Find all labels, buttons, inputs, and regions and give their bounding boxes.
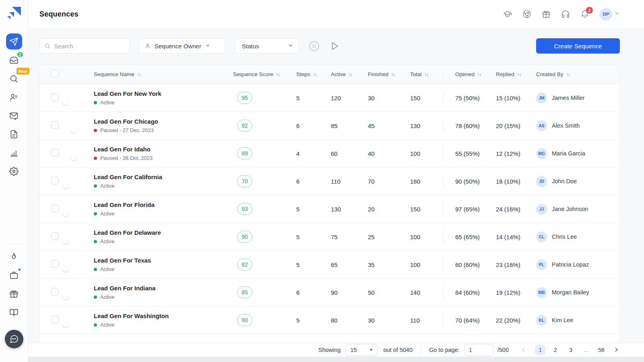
total-value: 100 bbox=[398, 234, 443, 240]
page-number[interactable]: 2 bbox=[550, 345, 561, 355]
row-checkbox[interactable] bbox=[51, 205, 59, 212]
sequence-owner-filter[interactable]: Sequence Owner bbox=[139, 38, 225, 54]
column-header-replied[interactable]: Replied bbox=[495, 71, 535, 77]
table-row: Lead Gen For Florida Active 93 5 130 20 … bbox=[40, 195, 619, 223]
column-header-active[interactable]: Active bbox=[322, 71, 358, 77]
column-header-sequence-name[interactable]: Sequence Name bbox=[92, 71, 232, 77]
owner-avatar: PL bbox=[536, 259, 547, 270]
page-numbers: 123...56 bbox=[535, 345, 607, 355]
sidebar-item-contacts[interactable] bbox=[6, 89, 22, 105]
owner-name: John Doe bbox=[552, 178, 577, 184]
owner-avatar: MG bbox=[536, 148, 547, 159]
row-checkbox[interactable] bbox=[51, 232, 59, 240]
row-checkbox[interactable] bbox=[51, 288, 59, 296]
sidebar-item-email-accounts[interactable] bbox=[6, 108, 22, 124]
row-checkbox[interactable] bbox=[51, 260, 59, 268]
page-number[interactable]: 3 bbox=[566, 345, 576, 355]
column-header-steps[interactable]: Steps bbox=[285, 71, 322, 77]
select-all-checkbox[interactable] bbox=[51, 70, 59, 77]
sequence-score-badge: 89 bbox=[237, 147, 252, 159]
status-dot bbox=[94, 129, 97, 132]
sequence-name[interactable]: Lead Gen For California bbox=[94, 174, 232, 180]
sequence-name[interactable]: Lead Gen For Delaware bbox=[94, 229, 232, 236]
column-header-finished[interactable]: Finished bbox=[358, 71, 398, 77]
search-box[interactable] bbox=[39, 38, 130, 54]
status-filter[interactable]: Status bbox=[235, 38, 299, 54]
column-header-created-by[interactable]: Created By bbox=[535, 71, 619, 77]
sequence-status: Active bbox=[94, 266, 232, 272]
bottom-strip bbox=[0, 357, 644, 362]
steps-value: 5 bbox=[285, 206, 322, 213]
sequence-status: Active bbox=[94, 99, 232, 105]
sidebar-item-settings[interactable] bbox=[6, 163, 22, 179]
gift-icon bbox=[542, 10, 551, 19]
sidebar-item-workspace[interactable] bbox=[6, 267, 22, 283]
owner-avatar: JJ bbox=[536, 204, 547, 215]
opened-value: 55 (55%) bbox=[443, 150, 495, 157]
sequence-name[interactable]: Lead Gen For Washington bbox=[94, 312, 232, 319]
sidebar-item-sequences[interactable] bbox=[6, 33, 22, 50]
extension-button[interactable] bbox=[522, 10, 531, 19]
opened-value: 60 (60%) bbox=[443, 261, 495, 268]
row-checkbox[interactable] bbox=[51, 93, 59, 101]
row-checkbox[interactable] bbox=[51, 121, 59, 129]
page-number[interactable]: 1 bbox=[535, 345, 545, 355]
column-header-total[interactable]: Total bbox=[398, 71, 443, 77]
table-row: Lead Gen For Delaware Active 90 5 75 25 … bbox=[40, 223, 619, 251]
sidebar-item-lead-finder[interactable]: New bbox=[6, 70, 22, 87]
replied-value: 14 (14%) bbox=[495, 234, 535, 240]
owner-name: Jane Johnson bbox=[552, 206, 588, 212]
row-checkbox[interactable] bbox=[51, 149, 59, 157]
inbox-count-badge: 2 bbox=[17, 51, 24, 58]
finished-value: 70 bbox=[358, 178, 398, 185]
search-icon bbox=[45, 43, 50, 49]
page-number[interactable]: 56 bbox=[596, 345, 607, 355]
opened-value: 65 (65%) bbox=[443, 234, 495, 240]
page-size-select[interactable]: 15 ▼ bbox=[345, 344, 378, 356]
finished-value: 20 bbox=[358, 206, 398, 213]
sidebar-item-rewards[interactable] bbox=[6, 285, 22, 302]
support-chat-button[interactable] bbox=[5, 330, 23, 348]
sequence-name[interactable]: Lead Gen For Indiana bbox=[94, 285, 232, 292]
sidebar-item-whats-new[interactable] bbox=[6, 248, 22, 265]
sidebar-item-templates[interactable] bbox=[6, 126, 22, 142]
sidebar-divider bbox=[6, 244, 22, 244]
page-ellipsis: ... bbox=[581, 345, 591, 355]
create-sequence-button[interactable]: Create Sequence bbox=[536, 38, 620, 54]
sidebar-item-resources[interactable] bbox=[6, 304, 22, 320]
steps-value: 6 bbox=[285, 122, 322, 129]
support-button[interactable] bbox=[561, 10, 570, 19]
row-checkbox[interactable] bbox=[51, 177, 59, 184]
sequence-name[interactable]: Lead Gen For Idaho bbox=[94, 146, 232, 153]
rewards-button[interactable] bbox=[542, 10, 551, 19]
sequence-name[interactable]: Lead Gen For Florida bbox=[94, 201, 232, 208]
search-input[interactable] bbox=[54, 43, 124, 50]
previous-page-button[interactable] bbox=[520, 346, 527, 353]
owner-avatar: JM bbox=[536, 93, 547, 103]
created-by: JJ Jane Johnson bbox=[536, 204, 619, 215]
status-text: Active bbox=[100, 99, 114, 105]
owner-name: Patricia Lopaz bbox=[552, 261, 589, 268]
headset-icon bbox=[561, 10, 570, 19]
column-header-opened[interactable]: Opened bbox=[443, 71, 495, 77]
pause-selected-button[interactable] bbox=[308, 40, 320, 52]
steps-value: 4 bbox=[285, 150, 322, 157]
notifications-button[interactable]: 2 bbox=[580, 10, 589, 19]
sequence-owner-filter-label: Sequence Owner bbox=[155, 43, 201, 50]
resume-selected-button[interactable] bbox=[330, 41, 340, 51]
row-checkbox[interactable] bbox=[51, 316, 59, 323]
next-page-button[interactable] bbox=[613, 346, 620, 353]
app-logo[interactable] bbox=[6, 6, 22, 22]
sequence-name[interactable]: Lead Gen For Chicago bbox=[94, 118, 232, 125]
filters-toolbar: Sequence Owner Status Create Sequence bbox=[39, 38, 620, 54]
sequence-name[interactable]: Lead Gen For Texas bbox=[94, 257, 232, 264]
sequence-name[interactable]: Lead Gen For New York bbox=[94, 90, 232, 97]
sidebar-item-inbox[interactable]: 2 bbox=[6, 52, 22, 68]
column-header-sequence-score[interactable]: Sequence Score bbox=[232, 71, 285, 77]
sidebar-item-analytics[interactable] bbox=[6, 145, 22, 161]
academy-button[interactable] bbox=[503, 10, 512, 19]
caret-down-icon: ▼ bbox=[369, 348, 373, 352]
goto-page-input[interactable] bbox=[464, 344, 493, 356]
user-menu[interactable]: DP bbox=[600, 8, 620, 21]
active-value: 120 bbox=[322, 95, 358, 101]
